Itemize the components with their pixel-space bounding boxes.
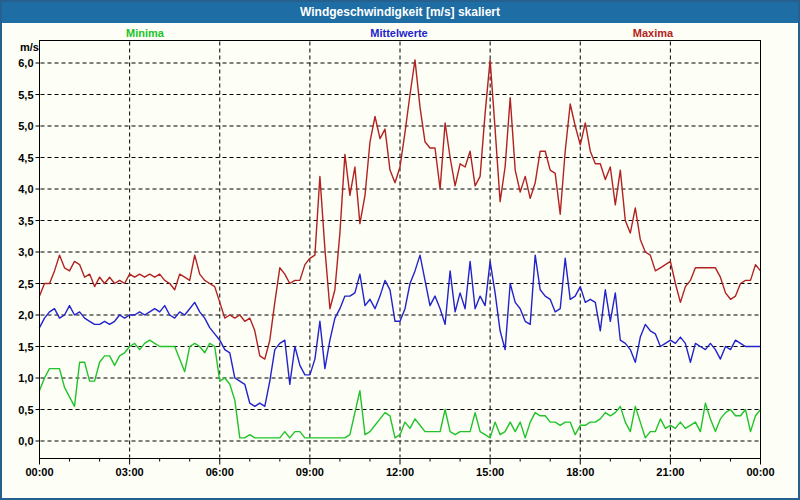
y-tick-label: 5,0 [18,120,33,132]
y-tick-label: 3,0 [18,246,33,258]
wind-speed-line-chart: 6,05,55,04,54,03,53,02,52,01,51,00,50,00… [2,2,798,477]
y-tick-label: 5,5 [18,89,33,101]
x-tick-time-label: 03:00 [116,466,144,478]
x-tick-time-label: 00:00 [746,466,774,478]
y-tick-label: 2,0 [18,309,33,321]
x-tick-time-label: 00:00 [25,466,53,478]
y-tick-label: 0,0 [18,435,33,447]
y-tick-label: 1,5 [18,341,33,353]
x-tick-time-label: 21:00 [656,466,684,478]
x-tick-time-label: 06:00 [206,466,234,478]
plot-area [40,41,761,459]
y-tick-label: 6,0 [18,57,33,69]
y-tick-label: 4,5 [18,152,33,164]
x-tick-time-label: 15:00 [476,466,504,478]
x-tick-time-label: 18:00 [566,466,594,478]
y-tick-label: 2,5 [18,278,33,290]
y-tick-label: 0,5 [18,404,33,416]
y-tick-label: 3,5 [18,215,33,227]
x-tick-time-label: 09:00 [296,466,324,478]
chart-window: Windgeschwindigkeit [m/s] skaliert Minim… [0,0,800,500]
x-tick-time-label: 12:00 [386,466,414,478]
y-tick-label: 1,0 [18,372,33,384]
y-tick-label: 4,0 [18,183,33,195]
